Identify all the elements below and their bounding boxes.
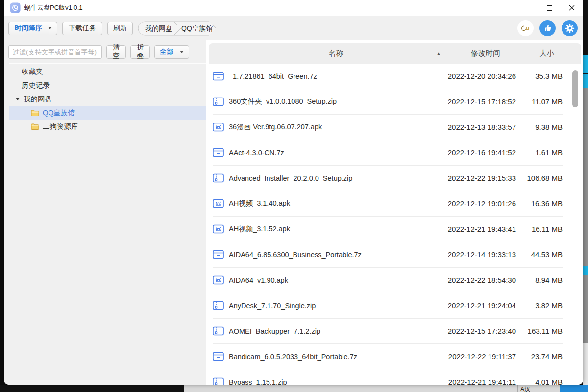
- tree-item-plain[interactable]: 收藏夹: [9, 65, 206, 78]
- file-size: 23.74 MB: [516, 352, 563, 361]
- download-tasks-button[interactable]: 下载任务: [62, 22, 102, 35]
- tree-item-folder-selected[interactable]: QQ皇族馆: [9, 106, 206, 120]
- window-controls: [515, 0, 583, 16]
- file-size: 16.36 MB: [516, 199, 563, 208]
- thumbs-up-icon: [542, 23, 553, 34]
- 7z-archive-icon: [213, 148, 224, 157]
- file-modified: 2022-12-15 17:23:40: [442, 327, 516, 335]
- file-rows: _1.7.21861_64bit_Green.7z 2022-12-20 20:…: [209, 64, 568, 385]
- minimize-button[interactable]: [515, 0, 538, 16]
- expand-triangle-icon[interactable]: [15, 98, 20, 100]
- background-window-fragment: [583, 88, 588, 343]
- file-row[interactable]: _1.7.21861_64bit_Green.7z 2022-12-20 20:…: [213, 64, 563, 89]
- titlebar: 蜗牛云盘PC版v1.0.1: [4, 0, 583, 16]
- filter-input[interactable]: [8, 45, 102, 59]
- file-modified: 2022-12-22 19:15:33: [442, 174, 516, 182]
- breadcrumb: 我的网盘 QQ皇族馆: [138, 21, 224, 36]
- file-row[interactable]: Bandicam_6.0.5.2033_64bit_Portable.7z 20…: [213, 344, 563, 369]
- clear-filter-button[interactable]: 清空: [106, 45, 126, 59]
- file-name: Bandicam_6.0.5.2033_64bit_Portable.7z: [229, 353, 442, 361]
- file-modified: 2022-12-15 17:18:52: [442, 98, 516, 106]
- scrollbar-thumb[interactable]: [572, 70, 578, 107]
- file-name: AnyDesk_7.1.70_Single.zip: [229, 302, 442, 310]
- column-header-name[interactable]: 名称: [209, 49, 436, 58]
- tree-item-folder[interactable]: 二狗资源库: [9, 120, 206, 133]
- file-row[interactable]: AnyDesk_7.1.70_Single.zip 2022-12-21 19:…: [213, 293, 563, 318]
- file-name: 36漫画 Ver.9tg.06.07.207.apk: [229, 122, 442, 132]
- maximize-button[interactable]: [538, 0, 561, 16]
- refresh-button[interactable]: 刷新: [107, 22, 133, 35]
- file-name: AH视频_3.1.52.apk: [229, 224, 442, 234]
- 7z-archive-icon: [213, 72, 224, 81]
- breadcrumb-item-current[interactable]: QQ皇族馆: [181, 21, 213, 36]
- file-name: AIDA64_v1.90.apk: [229, 276, 442, 284]
- taskbar-active-app-button[interactable]: [560, 385, 588, 392]
- file-name: AH视频_3.1.40.apk: [229, 199, 442, 208]
- tree-item-label: 二狗资源库: [43, 122, 78, 131]
- file-size: 3.82 MB: [516, 301, 563, 310]
- file-row[interactable]: Bypass_1.15.1.zip 2022-12-21 19:41:11 4.…: [213, 369, 563, 385]
- file-row[interactable]: 360文件夹_v1.0.0.1080_Setup.zip 2022-12-15 …: [213, 89, 563, 115]
- close-icon: [569, 5, 575, 11]
- file-modified: 2022-12-20 20:34:26: [442, 72, 516, 80]
- list-header: 名称 ▲ 修改时间 大小: [209, 43, 581, 64]
- folder-icon: [31, 110, 39, 116]
- sort-ascending-icon[interactable]: ▲: [436, 51, 449, 56]
- file-row[interactable]: Advanced_Installer_20.2.0.0_Setup.zip 20…: [213, 166, 563, 191]
- main-area: 清空 折叠 全部 收藏夹 历史记录 我的网盘 QQ皇族馆 二狗资源库: [4, 40, 583, 385]
- settings-button[interactable]: [562, 20, 578, 36]
- file-modified: 2022-12-21 19:41:11: [442, 378, 516, 385]
- file-row[interactable]: 36漫画 Ver.9tg.06.07.207.apk 2022-12-13 18…: [213, 115, 563, 140]
- sort-order-dropdown[interactable]: 时间降序: [8, 22, 57, 35]
- file-row[interactable]: AAct-4.3.0-CN.7z 2022-12-16 19:41:52 1.6…: [213, 140, 563, 166]
- file-modified: 2022-12-21 19:43:41: [442, 225, 516, 233]
- apk-android-icon: [213, 275, 224, 285]
- file-modified: 2022-12-16 19:41:52: [442, 148, 516, 157]
- toolbar: 时间降序 下载任务 刷新 我的网盘 QQ皇族馆: [4, 16, 583, 40]
- collapse-tree-button[interactable]: 折叠: [130, 45, 150, 59]
- sidebar: 清空 折叠 全部 收藏夹 历史记录 我的网盘 QQ皇族馆 二狗资源库: [4, 40, 206, 385]
- file-name: 360文件夹_v1.0.0.1080_Setup.zip: [229, 97, 442, 106]
- ime-indicator[interactable]: A汉: [520, 385, 530, 392]
- column-header-size[interactable]: 大小: [522, 49, 571, 58]
- file-name: Advanced_Installer_20.2.0.0_Setup.zip: [229, 174, 442, 182]
- file-size: 11.07 MB: [516, 98, 563, 106]
- file-list-panel: 名称 ▲ 修改时间 大小 _1.7.21861_64bit_Green.7z 2…: [206, 40, 583, 385]
- background-window-fragment: [583, 343, 588, 385]
- maximize-icon: [547, 5, 552, 11]
- file-row[interactable]: AIDA64_v1.90.apk 2022-12-22 18:54:30 8.9…: [213, 268, 563, 293]
- app-window: 蜗牛云盘PC版v1.0.1 时间降序 下载任务 刷新 我的网盘: [4, 0, 583, 385]
- toolbar-right: [517, 20, 580, 36]
- background-window-fragment: [583, 55, 588, 73]
- 7z-archive-icon: [213, 250, 224, 259]
- file-size: 44.53 MB: [516, 250, 563, 259]
- breadcrumb-item-root[interactable]: 我的网盘: [144, 21, 174, 36]
- promo-logo-icon: [521, 25, 531, 32]
- file-row[interactable]: AH视频_3.1.52.apk 2022-12-21 19:43:41 16.1…: [213, 217, 563, 242]
- column-header-modified[interactable]: 修改时间: [449, 49, 522, 58]
- minimize-icon: [524, 8, 530, 8]
- file-name: AOMEI_Backupper_7.1.2.zip: [229, 327, 442, 335]
- zip-archive-icon: [213, 326, 224, 336]
- like-button[interactable]: [539, 20, 556, 36]
- file-modified: 2022-12-22 18:54:30: [442, 276, 516, 284]
- file-row[interactable]: AOMEI_Backupper_7.1.2.zip 2022-12-15 17:…: [213, 318, 563, 344]
- taskbar-divider: [517, 385, 518, 392]
- file-modified: 2022-12-13 18:33:57: [442, 123, 516, 131]
- file-name: AAct-4.3.0-CN.7z: [229, 149, 442, 157]
- file-name: Bypass_1.15.1.zip: [229, 378, 442, 385]
- close-button[interactable]: [561, 0, 583, 16]
- file-row[interactable]: AIDA64_6.85.6300_Business_Portable.7z 20…: [213, 242, 563, 268]
- app-logo-icon: [10, 2, 21, 13]
- apk-android-icon: [213, 224, 224, 234]
- type-filter-dropdown[interactable]: 全部: [154, 45, 189, 59]
- gear-icon: [564, 23, 575, 34]
- promo-logo-badge[interactable]: [517, 20, 534, 36]
- file-row[interactable]: AH视频_3.1.40.apk 2022-12-12 19:01:26 16.3…: [213, 191, 563, 217]
- tree-item-expand[interactable]: 我的网盘: [9, 92, 206, 106]
- zip-archive-icon: [213, 173, 224, 183]
- tree-item-plain[interactable]: 历史记录: [9, 78, 206, 92]
- file-modified: 2022-12-12 19:01:26: [442, 199, 516, 208]
- chevron-down-icon: [48, 27, 52, 29]
- file-size: 16.11 MB: [516, 225, 563, 233]
